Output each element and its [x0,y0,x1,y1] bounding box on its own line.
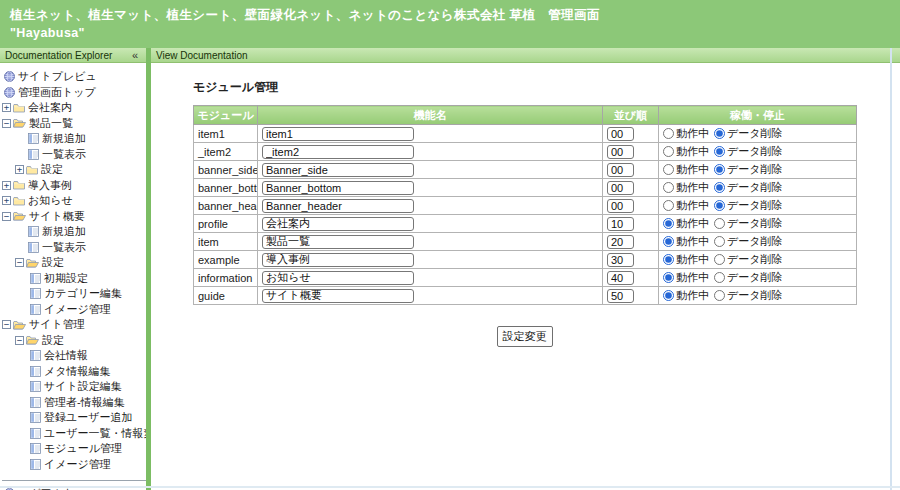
function-name-input[interactable] [262,163,414,177]
sort-order-input[interactable] [607,127,634,141]
status-radio-active[interactable] [663,164,674,175]
sidebar-item[interactable]: +導入事例 [2,178,146,194]
sidebar-item[interactable]: 管理画面トップ [2,85,146,101]
tree-toggle-plus-icon[interactable]: + [15,165,24,174]
tree-toggle-minus-icon[interactable]: − [15,258,24,267]
submit-button[interactable]: 設定変更 [497,326,553,347]
status-option-label[interactable]: データ削除 [714,126,783,141]
sidebar-item[interactable]: 新規追加 [2,131,146,147]
function-name-input[interactable] [262,289,414,303]
function-name-input[interactable] [262,199,414,213]
status-option-label[interactable]: データ削除 [714,162,783,177]
status-option-label[interactable]: 動作中 [663,126,709,141]
sidebar-item[interactable]: −設定 [2,333,146,349]
sort-order-input[interactable] [607,145,634,159]
status-option-label[interactable]: データ削除 [714,216,783,231]
function-name-input[interactable] [262,253,414,267]
sidebar-item[interactable]: +お知らせ [2,193,146,209]
sort-order-input[interactable] [607,163,634,177]
sort-order-input[interactable] [607,235,634,249]
sidebar-item[interactable]: メタ情報編集 [2,364,146,380]
status-radio-delete[interactable] [714,128,725,139]
status-radio-active[interactable] [663,200,674,211]
status-option-label[interactable]: データ削除 [714,288,783,303]
sidebar-item[interactable]: 新規追加 [2,224,146,240]
sidebar-item[interactable]: サイト設定編集 [2,379,146,395]
tree-toggle-minus-icon[interactable]: − [2,212,11,221]
status-option-label[interactable]: 動作中 [663,144,709,159]
sort-order-input[interactable] [607,181,634,195]
status-radio-active[interactable] [663,128,674,139]
status-option-label[interactable]: 動作中 [663,270,709,285]
status-radio-delete[interactable] [714,146,725,157]
status-option-label[interactable]: データ削除 [714,180,783,195]
folder-icon [13,103,25,113]
sidebar-item[interactable]: −サイト概要 [2,209,146,225]
status-option-label[interactable]: 動作中 [663,198,709,213]
tree-toggle-plus-icon[interactable]: + [2,103,11,112]
status-option-label[interactable]: データ削除 [714,198,783,213]
status-option-label[interactable]: 動作中 [663,252,709,267]
status-radio-delete[interactable] [714,218,725,229]
status-radio-delete[interactable] [714,290,725,301]
sort-order-input[interactable] [607,217,634,231]
status-option-label[interactable]: データ削除 [714,234,783,249]
sidebar-item[interactable]: 一覧表示 [2,147,146,163]
sidebar-item[interactable]: イメージ管理 [2,457,146,473]
sort-order-input[interactable] [607,199,634,213]
status-radio-active[interactable] [663,146,674,157]
sidebar-item[interactable]: サイトプレビュ [2,69,146,85]
sidebar-item[interactable]: −製品一覧 [2,116,146,132]
function-name-input[interactable] [262,127,414,141]
status-radio-active[interactable] [663,272,674,283]
function-name-input[interactable] [262,145,414,159]
function-name-input[interactable] [262,217,414,231]
tree-toggle-minus-icon[interactable]: − [2,119,11,128]
function-name-input[interactable] [262,235,414,249]
status-radio-active[interactable] [663,254,674,265]
status-radio-active[interactable] [663,290,674,301]
sidebar-item[interactable]: −設定 [2,255,146,271]
status-radio-delete[interactable] [714,182,725,193]
status-option-label[interactable]: 動作中 [663,216,709,231]
sidebar-item[interactable]: +設定 [2,162,146,178]
sidebar-item[interactable]: モジュール管理 [2,441,146,457]
sidebar-item[interactable]: −サイト管理 [2,317,146,333]
sidebar-item[interactable]: 一覧表示 [2,240,146,256]
function-name-cell [258,251,603,269]
status-option-label[interactable]: 動作中 [663,162,709,177]
tree-toggle-plus-icon[interactable]: + [2,196,11,205]
status-option-label[interactable]: データ削除 [714,252,783,267]
function-name-input[interactable] [262,271,414,285]
status-radio-delete[interactable] [714,254,725,265]
status-option-label[interactable]: 動作中 [663,234,709,249]
status-radio-active[interactable] [663,218,674,229]
function-name-input[interactable] [262,181,414,195]
sidebar-item[interactable]: イメージ管理 [2,302,146,318]
sidebar-item[interactable]: カテゴリー編集 [2,286,146,302]
tree-toggle-minus-icon[interactable]: − [15,336,24,345]
status-radio-delete[interactable] [714,272,725,283]
sidebar-item[interactable]: 登録ユーザー追加 [2,410,146,426]
sidebar-item[interactable]: 管理者-情報編集 [2,395,146,411]
status-option-label[interactable]: データ削除 [714,144,783,159]
sort-order-input[interactable] [607,289,634,303]
status-option-label[interactable]: 動作中 [663,288,709,303]
sort-order-input[interactable] [607,253,634,267]
sort-order-input[interactable] [607,271,634,285]
sidebar-item[interactable]: 初期設定 [2,271,146,287]
status-option-label[interactable]: データ削除 [714,270,783,285]
status-radio-active[interactable] [663,182,674,193]
collapse-sidebar-icon[interactable]: « [132,50,138,61]
status-radio-delete[interactable] [714,164,725,175]
status-cell: 動作中データ削除 [659,161,857,179]
status-radio-active[interactable] [663,236,674,247]
sidebar-item[interactable]: ユーザー一覧・情報変更・削除 [2,426,146,442]
sidebar-item[interactable]: 会社情報 [2,348,146,364]
tree-toggle-plus-icon[interactable]: + [2,181,11,190]
status-option-label[interactable]: 動作中 [663,180,709,195]
status-radio-delete[interactable] [714,200,725,211]
sidebar-item[interactable]: +会社案内 [2,100,146,116]
tree-toggle-minus-icon[interactable]: − [2,320,11,329]
status-radio-delete[interactable] [714,236,725,247]
